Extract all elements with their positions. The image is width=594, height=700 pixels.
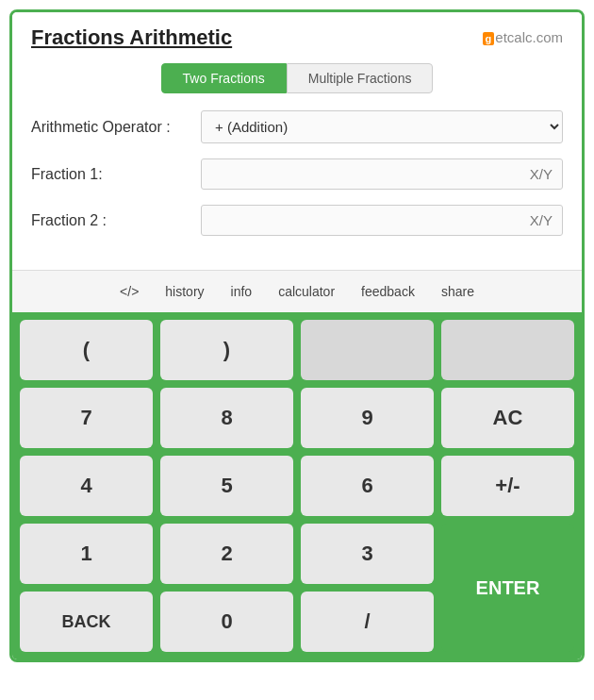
fraction2-label: Fraction 2 : bbox=[31, 212, 201, 229]
key-0[interactable]: 0 bbox=[160, 592, 293, 652]
key-7[interactable]: 7 bbox=[20, 388, 153, 448]
key-5[interactable]: 5 bbox=[160, 456, 293, 516]
key-6[interactable]: 6 bbox=[301, 456, 434, 516]
nav-embed[interactable]: </> bbox=[107, 278, 152, 305]
app-title: Fractions Arithmetic bbox=[31, 25, 232, 50]
key-rparen[interactable]: ) bbox=[160, 320, 293, 380]
header-row: Fractions Arithmetic getcalc.com bbox=[31, 25, 563, 50]
tab-two-fractions[interactable]: Two Fractions bbox=[161, 63, 287, 93]
nav-share[interactable]: share bbox=[428, 278, 487, 305]
app-container: Fractions Arithmetic getcalc.com Two Fra… bbox=[9, 9, 585, 662]
key-ac[interactable]: AC bbox=[441, 388, 574, 448]
key-2[interactable]: 2 bbox=[160, 524, 293, 584]
nav-info[interactable]: info bbox=[218, 278, 266, 305]
keypad: ( ) 7 8 9 AC 4 5 6 +/- 1 2 3 ENTER BACK … bbox=[12, 312, 582, 659]
nav-calculator[interactable]: calculator bbox=[265, 278, 348, 305]
fraction1-input[interactable] bbox=[201, 158, 563, 190]
operator-row: Arithmetic Operator : + (Addition) - (Su… bbox=[31, 110, 563, 143]
brand: getcalc.com bbox=[483, 29, 563, 45]
fraction1-row: Fraction 1: bbox=[31, 158, 563, 190]
brand-icon: g bbox=[483, 32, 495, 45]
key-empty2 bbox=[441, 320, 574, 380]
nav-bar: </> history info calculator feedback sha… bbox=[12, 270, 582, 312]
fraction2-row: Fraction 2 : bbox=[31, 205, 563, 236]
key-empty1 bbox=[301, 320, 434, 380]
nav-history[interactable]: history bbox=[152, 278, 217, 305]
tab-multiple-fractions[interactable]: Multiple Fractions bbox=[287, 63, 434, 93]
top-section: Fractions Arithmetic getcalc.com Two Fra… bbox=[12, 12, 582, 270]
key-4[interactable]: 4 bbox=[20, 456, 153, 516]
operator-label: Arithmetic Operator : bbox=[31, 119, 201, 136]
key-1[interactable]: 1 bbox=[20, 524, 153, 584]
key-lparen[interactable]: ( bbox=[20, 320, 153, 380]
key-back[interactable]: BACK bbox=[20, 592, 153, 652]
fraction2-input[interactable] bbox=[201, 205, 563, 236]
nav-feedback[interactable]: feedback bbox=[348, 278, 428, 305]
key-9[interactable]: 9 bbox=[301, 388, 434, 448]
key-plusminus[interactable]: +/- bbox=[441, 456, 574, 516]
fraction1-label: Fraction 1: bbox=[31, 166, 201, 183]
key-enter[interactable]: ENTER bbox=[441, 524, 574, 652]
tabs-row: Two Fractions Multiple Fractions bbox=[31, 63, 563, 93]
key-8[interactable]: 8 bbox=[160, 388, 293, 448]
key-slash[interactable]: / bbox=[301, 592, 434, 652]
key-3[interactable]: 3 bbox=[301, 524, 434, 584]
operator-select[interactable]: + (Addition) - (Subtraction) × (Multipli… bbox=[201, 110, 563, 143]
